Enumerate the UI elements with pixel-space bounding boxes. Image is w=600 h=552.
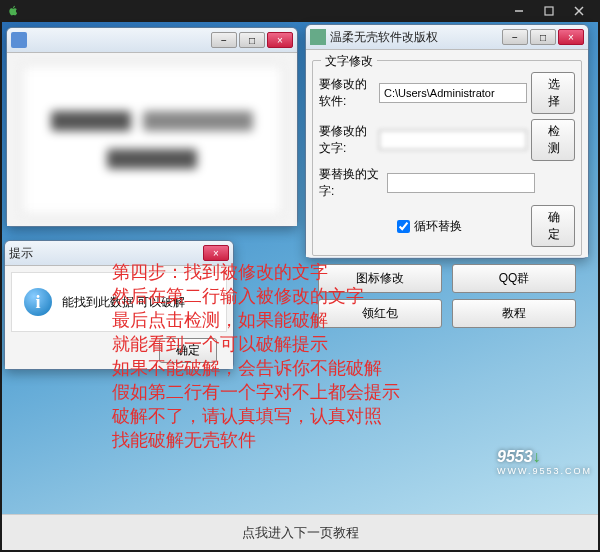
select-button[interactable]: 选择 xyxy=(531,72,575,114)
window-editor: 温柔无壳软件改版权 − □ × 文字修改 要修改的软件: 选择 要修改的文 xyxy=(305,24,589,259)
window-blurred-titlebar[interactable]: − □ × xyxy=(7,28,297,52)
checkbox-loop-replace[interactable] xyxy=(397,220,410,233)
confirm-button[interactable]: 确定 xyxy=(531,205,575,247)
window-editor-titlebar[interactable]: 温柔无壳软件改版权 − □ × xyxy=(306,25,588,49)
close-button[interactable]: × xyxy=(203,245,229,261)
detect-button[interactable]: 检测 xyxy=(531,119,575,161)
maximize-button[interactable]: □ xyxy=(239,32,265,48)
groupbox-legend: 文字修改 xyxy=(321,53,377,70)
instruction-line: 如果不能破解，会告诉你不能破解 xyxy=(112,356,582,380)
footer-next-page[interactable]: 点我进入下一页教程 xyxy=(2,514,598,550)
input-replace-text[interactable] xyxy=(387,173,535,193)
instruction-line: 然后在第二行输入被修改的文字 xyxy=(112,284,582,308)
outer-minimize-button[interactable] xyxy=(504,1,534,21)
close-button[interactable]: × xyxy=(267,32,293,48)
watermark-main: 9553 xyxy=(497,448,533,465)
minimize-button[interactable]: − xyxy=(211,32,237,48)
groupbox-text-edit: 文字修改 要修改的软件: 选择 要修改的文字: 检测 要替换的文字: xyxy=(312,60,582,256)
label-find-text: 要修改的文字: xyxy=(319,123,375,157)
label-loop-replace: 循环替换 xyxy=(414,218,462,235)
outer-titlebar[interactable] xyxy=(0,0,600,22)
minimize-button[interactable]: − xyxy=(502,29,528,45)
blurred-content xyxy=(22,65,282,215)
label-replace-text: 要替换的文字: xyxy=(319,166,383,200)
maximize-button[interactable]: □ xyxy=(530,29,556,45)
desktop-area: − □ × 提示 × i xyxy=(2,22,598,514)
window-editor-body: 文字修改 要修改的软件: 选择 要修改的文字: 检测 要替换的文字: xyxy=(306,49,588,257)
close-button[interactable]: × xyxy=(558,29,584,45)
instruction-line: 就能看到一个可以破解提示 xyxy=(112,332,582,356)
outer-close-button[interactable] xyxy=(564,1,594,21)
row-loop: 循环替换 确定 xyxy=(397,205,575,247)
instruction-line: 最后点击检测，如果能破解 xyxy=(112,308,582,332)
instruction-text: 第四步：找到被修改的文字 然后在第二行输入被修改的文字 最后点击检测，如果能破解… xyxy=(112,260,582,452)
app-icon xyxy=(11,32,27,48)
input-find-text[interactable] xyxy=(379,130,527,150)
window-editor-title: 温柔无壳软件改版权 xyxy=(330,29,502,46)
window-blurred: − □ × xyxy=(6,27,298,227)
svg-rect-1 xyxy=(545,7,553,15)
app-icon xyxy=(310,29,326,45)
apple-logo-icon xyxy=(6,4,20,18)
watermark-sub: WWW.9553.COM xyxy=(497,466,592,476)
info-icon: i xyxy=(24,288,52,316)
footer-text: 点我进入下一页教程 xyxy=(242,524,359,542)
watermark: 9553↓ WWW.9553.COM xyxy=(497,448,592,476)
dialog-prompt-title: 提示 xyxy=(9,245,203,262)
outer-maximize-button[interactable] xyxy=(534,1,564,21)
row-replace-text: 要替换的文字: xyxy=(319,166,575,200)
instruction-line: 破解不了，请认真填写，认真对照 xyxy=(112,404,582,428)
instruction-line: 第四步：找到被修改的文字 xyxy=(112,260,582,284)
input-software-path[interactable] xyxy=(379,83,527,103)
row-find-text: 要修改的文字: 检测 xyxy=(319,119,575,161)
window-blurred-body xyxy=(7,52,297,226)
row-software: 要修改的软件: 选择 xyxy=(319,72,575,114)
label-software: 要修改的软件: xyxy=(319,76,375,110)
instruction-line: 假如第二行有一个字对不上都会提示 xyxy=(112,380,582,404)
outer-window: − □ × 提示 × i xyxy=(0,0,600,552)
